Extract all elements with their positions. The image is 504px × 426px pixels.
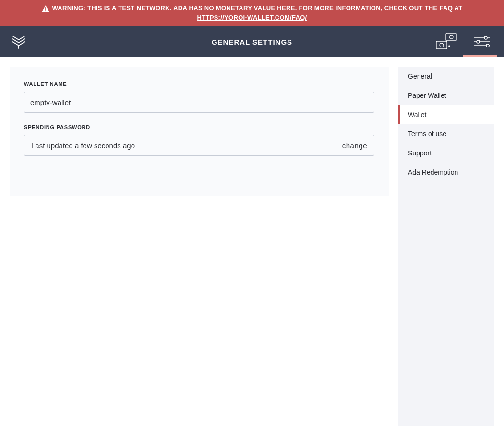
svg-point-8 [484,36,487,39]
sidenav-item-wallet[interactable]: Wallet [398,105,494,124]
sidenav-item-terms-of-use[interactable]: Terms of use [398,124,494,143]
main-content: WALLET NAME SPENDING PASSWORD Last updat… [0,57,504,426]
svg-rect-0 [45,7,46,10]
svg-point-10 [477,40,480,43]
app-logo[interactable] [11,34,27,50]
spending-password-field: SPENDING PASSWORD Last updated a few sec… [24,124,374,156]
sidenav-item-paper-wallet[interactable]: Paper Wallet [398,86,494,105]
sidenav-item-label: General [408,72,432,80]
sidenav-item-support[interactable]: Support [398,143,494,163]
sidenav-item-ada-redemption[interactable]: Ada Redemption [398,163,494,182]
sidenav-item-label: Ada Redemption [408,168,458,176]
svg-rect-3 [446,33,456,41]
daedalus-transfer-icon[interactable] [435,26,458,57]
svg-point-4 [449,35,453,39]
test-network-warning-banner: WARNING: THIS IS A TEST NETWORK. ADA HAS… [0,0,504,26]
sidenav-item-label: Support [408,149,432,157]
warning-faq-link[interactable]: HTTPS://YOROI-WALLET.COM/FAQ/ [197,14,307,21]
settings-sidenav: General Paper Wallet Wallet Terms of use… [398,67,494,426]
spending-password-status: Last updated a few seconds ago [31,142,135,150]
page-title: GENERAL SETTINGS [212,38,292,46]
warning-icon [42,5,49,12]
svg-rect-1 [45,10,46,11]
sidenav-item-label: Terms of use [408,130,446,138]
sidenav-item-general[interactable]: General [398,67,494,86]
spending-password-row: Last updated a few seconds ago change [24,135,374,156]
settings-active-indicator [463,55,497,57]
svg-point-6 [440,43,444,47]
topbar: GENERAL SETTINGS [0,26,504,57]
settings-panel: WALLET NAME SPENDING PASSWORD Last updat… [10,67,389,196]
change-password-link[interactable]: change [342,142,367,150]
svg-point-12 [486,44,489,47]
svg-rect-5 [436,41,447,49]
wallet-name-label: WALLET NAME [24,81,374,87]
warning-text: WARNING: THIS IS A TEST NETWORK. ADA HAS… [52,4,463,12]
spending-password-label: SPENDING PASSWORD [24,124,374,130]
sidenav-item-label: Paper Wallet [408,92,446,99]
sidenav-item-label: Wallet [408,111,426,118]
settings-icon[interactable] [470,26,493,57]
wallet-name-field: WALLET NAME [24,81,374,113]
wallet-name-input[interactable] [24,92,374,113]
